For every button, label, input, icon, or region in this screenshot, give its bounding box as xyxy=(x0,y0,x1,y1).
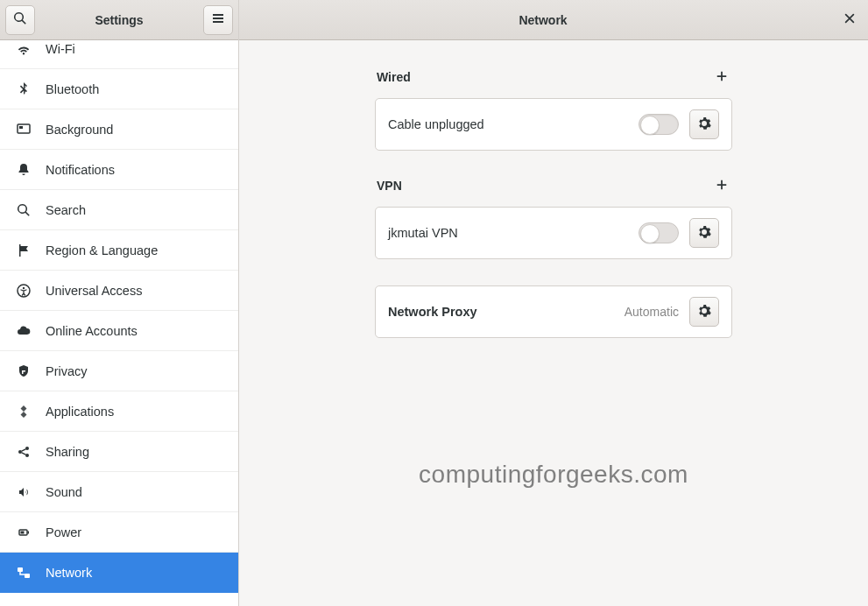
settings-window: Settings Wi-Fi Bluetooth xyxy=(0,0,868,606)
cloud-icon xyxy=(16,324,32,338)
background-icon xyxy=(16,123,32,137)
sidebar-item-label: Universal Access xyxy=(46,284,142,298)
sidebar-item-wifi[interactable]: Wi-Fi xyxy=(0,29,238,69)
sidebar-item-network[interactable]: Network xyxy=(0,553,238,593)
sidebar-item-label: Bluetooth xyxy=(46,82,99,96)
wifi-icon xyxy=(16,42,32,56)
svg-rect-4 xyxy=(19,126,23,129)
sidebar-item-label: Sound xyxy=(46,485,82,499)
vpn-toggle[interactable] xyxy=(639,222,679,243)
sidebar-item-label: Sharing xyxy=(46,445,89,459)
sidebar-item-label: Applications xyxy=(46,405,114,419)
sidebar-item-power[interactable]: Power xyxy=(0,512,238,553)
power-icon xyxy=(16,525,32,539)
applications-icon xyxy=(16,405,32,419)
bluetooth-icon xyxy=(16,82,32,96)
sidebar-item-online-accounts[interactable]: Online Accounts xyxy=(0,311,238,351)
vpn-name-label: jkmutai VPN xyxy=(388,226,628,240)
hamburger-icon xyxy=(211,11,225,28)
close-icon xyxy=(843,12,856,28)
sidebar-item-label: Search xyxy=(46,203,86,217)
watermark-text: computingforgeeks.com xyxy=(419,461,688,489)
wired-card: Cable unplugged xyxy=(375,98,732,151)
sidebar-item-label: Background xyxy=(46,123,113,137)
vpn-section: VPN jkmutai VPN xyxy=(375,177,732,259)
network-settings-column: Wired Cable unplugged xyxy=(375,68,732,338)
wired-settings-button[interactable] xyxy=(689,109,719,139)
wired-toggle[interactable] xyxy=(639,114,679,135)
network-icon xyxy=(16,566,32,580)
privacy-icon xyxy=(16,364,32,378)
vpn-row: jkmutai VPN xyxy=(376,208,731,258)
wired-status-label: Cable unplugged xyxy=(388,117,628,131)
sound-icon xyxy=(16,485,32,499)
wired-row: Cable unplugged xyxy=(376,99,731,150)
sidebar-item-label: Notifications xyxy=(46,163,115,177)
svg-point-7 xyxy=(18,450,22,454)
proxy-row: Network Proxy Automatic xyxy=(376,286,731,337)
svg-rect-12 xyxy=(21,531,25,533)
sidebar-item-privacy[interactable]: Privacy xyxy=(0,351,238,391)
sidebar-panel: Settings Wi-Fi Bluetooth xyxy=(0,0,239,606)
svg-rect-11 xyxy=(28,531,30,533)
sidebar-item-sharing[interactable]: Sharing xyxy=(0,432,238,472)
sidebar-item-label: Privacy xyxy=(46,364,88,378)
plus-icon xyxy=(716,179,728,194)
proxy-label: Network Proxy xyxy=(388,305,614,319)
sidebar-item-label: Network xyxy=(46,566,92,580)
svg-rect-2 xyxy=(213,21,223,23)
sidebar-item-background[interactable]: Background xyxy=(0,109,238,150)
sidebar-item-label: Power xyxy=(46,525,81,539)
svg-rect-0 xyxy=(213,14,223,16)
search-icon xyxy=(13,11,27,28)
plus-icon xyxy=(716,70,728,85)
wired-section: Wired Cable unplugged xyxy=(375,68,732,151)
vpn-card: jkmutai VPN xyxy=(375,207,732,259)
search-icon xyxy=(16,203,32,217)
vpn-settings-button[interactable] xyxy=(689,218,719,248)
share-icon xyxy=(16,445,32,459)
sidebar-item-label: Wi-Fi xyxy=(46,42,75,56)
gear-icon xyxy=(697,304,711,321)
gear-icon xyxy=(697,116,711,133)
sidebar-item-universal-access[interactable]: Universal Access xyxy=(0,271,238,311)
close-button[interactable] xyxy=(836,7,863,33)
wired-heading: Wired xyxy=(377,70,411,84)
gear-icon xyxy=(697,225,711,242)
sidebar-item-region-language[interactable]: Region & Language xyxy=(0,230,238,271)
sidebar-item-label: Region & Language xyxy=(46,243,158,257)
sidebar-item-label: Online Accounts xyxy=(46,324,138,338)
content-body: Wired Cable unplugged xyxy=(239,40,868,606)
vpn-section-header: VPN xyxy=(375,177,732,194)
proxy-section: Network Proxy Automatic xyxy=(375,285,732,338)
vpn-heading: VPN xyxy=(377,179,402,193)
sidebar-title: Settings xyxy=(40,13,198,27)
flag-icon xyxy=(16,243,32,257)
sidebar-item-applications[interactable]: Applications xyxy=(0,391,238,432)
add-wired-button[interactable] xyxy=(713,68,730,86)
proxy-status: Automatic xyxy=(625,305,679,319)
bell-icon xyxy=(16,163,32,177)
svg-rect-14 xyxy=(25,574,30,578)
svg-point-6 xyxy=(23,286,25,288)
content-panel: Network Wired xyxy=(239,0,868,606)
sidebar-list: Wi-Fi Bluetooth Background Notifications xyxy=(0,29,238,606)
content-title: Network xyxy=(250,13,836,27)
sidebar-item-bluetooth[interactable]: Bluetooth xyxy=(0,69,238,109)
sidebar-item-search[interactable]: Search xyxy=(0,190,238,230)
content-headerbar: Network xyxy=(239,0,868,40)
sidebar-item-sound[interactable]: Sound xyxy=(0,472,238,512)
proxy-settings-button[interactable] xyxy=(689,297,719,327)
accessibility-icon xyxy=(16,284,32,298)
svg-rect-1 xyxy=(213,18,223,19)
proxy-card: Network Proxy Automatic xyxy=(375,285,732,338)
svg-rect-13 xyxy=(18,567,23,572)
wired-section-header: Wired xyxy=(375,68,732,86)
add-vpn-button[interactable] xyxy=(713,177,730,194)
sidebar-item-notifications[interactable]: Notifications xyxy=(0,150,238,190)
